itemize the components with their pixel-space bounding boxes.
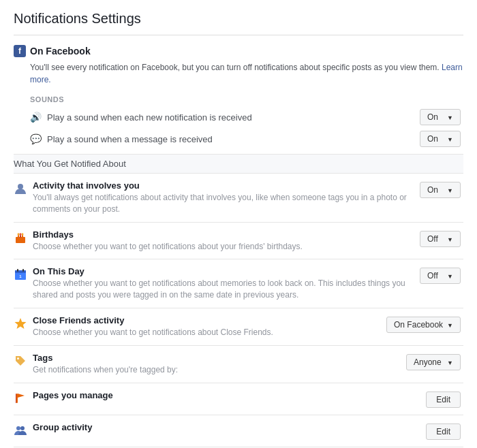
birthdays-desc: Choose whether you want to get notificat…: [33, 241, 412, 253]
close-friends-desc: Choose whether you want to get notificat…: [33, 327, 378, 338]
dropdown-caret: [447, 271, 453, 281]
activity-dropdown[interactable]: On: [420, 182, 461, 198]
sound-row-message: 💬 Play a sound when a message is receive…: [30, 131, 463, 147]
svg-point-22: [20, 426, 25, 430]
on-facebook-title: On Facebook: [30, 46, 91, 57]
svg-rect-20: [16, 394, 16, 403]
group-icon: [14, 423, 27, 437]
dropdown-caret: [447, 185, 453, 195]
svg-marker-16: [15, 318, 27, 329]
chat-icon: 💬: [30, 133, 42, 144]
group-title: Group activity: [33, 422, 418, 432]
facebook-icon: f: [14, 45, 26, 57]
notif-row-pages: Pages you manage Edit: [14, 383, 463, 415]
svg-point-21: [16, 426, 20, 430]
svg-rect-12: [15, 270, 26, 273]
close-friends-dropdown[interactable]: On Facebook: [386, 317, 461, 333]
svg-point-17: [17, 357, 19, 359]
section-header: f On Facebook: [14, 45, 463, 57]
sound-row-notification: 🔊 Play a sound when each new notificatio…: [30, 109, 463, 125]
on-this-day-icon: 1: [14, 268, 27, 281]
dropdown-caret: [447, 112, 453, 122]
svg-rect-13: [17, 269, 18, 272]
close-friends-title: Close Friends activity: [33, 315, 378, 325]
activity-desc: You'll always get notifications about ac…: [33, 192, 412, 215]
svg-rect-2: [18, 235, 19, 238]
svg-rect-4: [22, 235, 23, 238]
on-this-day-desc: Choose whether you want to get notificat…: [33, 278, 412, 301]
sound-message-label: Play a sound when a message is received: [47, 134, 213, 144]
what-notified-label: What You Get Notified About: [14, 154, 463, 174]
notif-row-activity: Activity that involves you You'll always…: [14, 174, 463, 223]
sound-notif-label: Play a sound when each new notification …: [47, 112, 252, 123]
notif-row-birthdays: Birthdays Choose whether you want to get…: [14, 223, 463, 260]
page-title: Notifications Settings: [14, 11, 463, 35]
svg-rect-1: [16, 237, 25, 243]
notification-rows: Activity that involves you You'll always…: [14, 174, 463, 448]
on-facebook-description: You'll see every notification on Faceboo…: [30, 61, 463, 86]
dropdown-caret: [447, 320, 453, 330]
person-icon: [14, 182, 27, 195]
birthdays-title: Birthdays: [33, 229, 412, 240]
svg-rect-18: [16, 394, 18, 403]
flag-icon: [14, 391, 27, 405]
group-edit-button[interactable]: Edit: [426, 423, 461, 440]
svg-rect-14: [22, 269, 24, 272]
sounds-label: SOUNDS: [30, 95, 463, 103]
notif-row-close-friends: Close Friends activity Choose whether yo…: [14, 308, 463, 346]
dropdown-caret: [447, 134, 453, 144]
pages-title: Pages you manage: [33, 390, 418, 400]
notif-row-tags: Tags Get notifications when you're tagge…: [14, 346, 463, 383]
notif-row-group: Group activity Edit: [14, 415, 463, 447]
sound-notif-dropdown[interactable]: On: [420, 109, 461, 125]
tags-dropdown[interactable]: Anyone: [406, 354, 461, 370]
dropdown-caret: [447, 357, 453, 367]
birthday-icon: [14, 231, 27, 244]
pages-edit-button[interactable]: Edit: [426, 391, 461, 408]
page-container: Notifications Settings f On Facebook You…: [0, 0, 477, 448]
svg-marker-19: [18, 394, 25, 398]
star-icon: [14, 317, 27, 330]
on-facebook-section: f On Facebook You'll see every notificat…: [14, 45, 463, 448]
notif-row-on-this-day: 1 On This Day Choose whether you want to…: [14, 259, 463, 308]
tags-title: Tags: [33, 353, 398, 363]
tag-icon: [14, 354, 27, 368]
svg-rect-3: [20, 235, 21, 238]
speaker-icon: 🔊: [30, 112, 42, 123]
sound-message-dropdown[interactable]: On: [420, 131, 461, 147]
birthdays-dropdown[interactable]: Off: [420, 231, 461, 247]
tags-desc: Get notifications when you're tagged by:: [33, 364, 398, 376]
dropdown-caret: [447, 234, 453, 244]
svg-point-0: [18, 184, 23, 189]
activity-title: Activity that involves you: [33, 180, 412, 191]
on-this-day-dropdown[interactable]: Off: [420, 268, 461, 284]
on-this-day-title: On This Day: [33, 266, 412, 276]
